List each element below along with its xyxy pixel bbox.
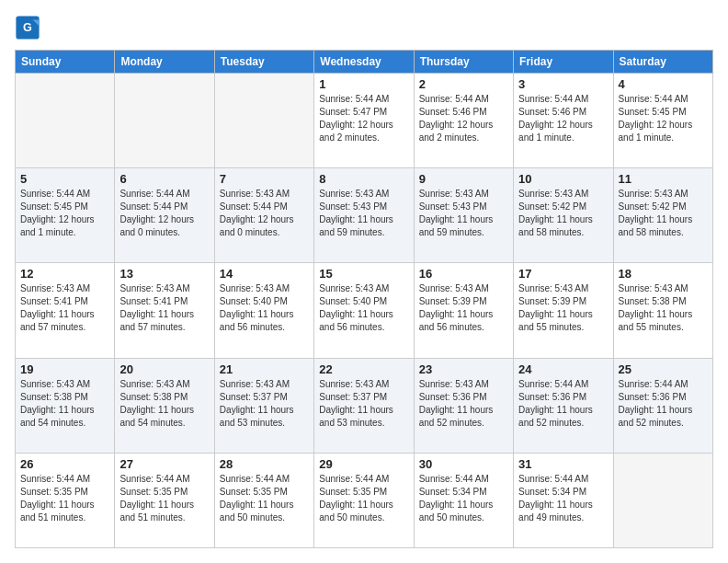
day-info: Sunrise: 5:44 AM Sunset: 5:44 PM Dayligh…: [119, 188, 209, 239]
day-number: 13: [119, 267, 209, 281]
day-number: 15: [319, 267, 408, 281]
day-info: Sunrise: 5:43 AM Sunset: 5:37 PM Dayligh…: [319, 378, 408, 430]
day-number: 21: [220, 362, 309, 376]
weekday-header: Friday: [514, 51, 613, 74]
day-number: 10: [518, 172, 608, 186]
day-number: 29: [319, 457, 408, 471]
calendar-cell: 27Sunrise: 5:44 AM Sunset: 5:35 PM Dayli…: [115, 453, 214, 547]
day-number: 12: [20, 267, 109, 281]
day-info: Sunrise: 5:44 AM Sunset: 5:34 PM Dayligh…: [419, 473, 508, 524]
day-number: 4: [619, 77, 708, 91]
calendar-cell: 23Sunrise: 5:43 AM Sunset: 5:36 PM Dayli…: [414, 358, 513, 453]
day-number: 28: [220, 457, 309, 471]
calendar-cell: 11Sunrise: 5:43 AM Sunset: 5:42 PM Dayli…: [613, 168, 712, 263]
calendar-page: G SundayMondayTuesdayWednesdayThursdayFr…: [0, 0, 728, 563]
calendar-cell: 25Sunrise: 5:44 AM Sunset: 5:36 PM Dayli…: [613, 358, 712, 453]
day-number: 3: [518, 77, 608, 91]
day-info: Sunrise: 5:44 AM Sunset: 5:47 PM Dayligh…: [319, 93, 408, 144]
day-info: Sunrise: 5:43 AM Sunset: 5:37 PM Dayligh…: [220, 378, 309, 430]
calendar-cell: [613, 453, 712, 547]
calendar-cell: 1Sunrise: 5:44 AM Sunset: 5:47 PM Daylig…: [314, 74, 414, 168]
calendar-cell: 10Sunrise: 5:43 AM Sunset: 5:42 PM Dayli…: [514, 168, 613, 263]
calendar-week-row: 12Sunrise: 5:43 AM Sunset: 5:41 PM Dayli…: [16, 263, 713, 358]
weekday-header: Wednesday: [314, 51, 414, 74]
day-number: 26: [20, 457, 109, 471]
day-number: 16: [419, 267, 508, 281]
calendar-cell: 7Sunrise: 5:43 AM Sunset: 5:44 PM Daylig…: [214, 168, 313, 263]
weekday-header: Tuesday: [214, 51, 313, 74]
calendar-cell: 28Sunrise: 5:44 AM Sunset: 5:35 PM Dayli…: [214, 453, 313, 547]
calendar-cell: 17Sunrise: 5:43 AM Sunset: 5:39 PM Dayli…: [514, 263, 613, 358]
day-info: Sunrise: 5:43 AM Sunset: 5:43 PM Dayligh…: [419, 188, 508, 239]
calendar-week-row: 26Sunrise: 5:44 AM Sunset: 5:35 PM Dayli…: [16, 453, 713, 547]
day-number: 24: [518, 362, 608, 376]
svg-text:G: G: [23, 21, 32, 34]
day-info: Sunrise: 5:43 AM Sunset: 5:39 PM Dayligh…: [419, 282, 508, 334]
day-info: Sunrise: 5:44 AM Sunset: 5:46 PM Dayligh…: [518, 93, 608, 144]
day-info: Sunrise: 5:43 AM Sunset: 5:38 PM Dayligh…: [619, 282, 708, 334]
day-info: Sunrise: 5:43 AM Sunset: 5:41 PM Dayligh…: [119, 282, 209, 334]
calendar-cell: 20Sunrise: 5:43 AM Sunset: 5:38 PM Dayli…: [115, 358, 214, 453]
day-number: 25: [619, 362, 708, 376]
calendar-cell: 24Sunrise: 5:44 AM Sunset: 5:36 PM Dayli…: [514, 358, 613, 453]
day-number: 27: [119, 457, 209, 471]
day-info: Sunrise: 5:44 AM Sunset: 5:35 PM Dayligh…: [220, 473, 309, 524]
calendar-cell: 18Sunrise: 5:43 AM Sunset: 5:38 PM Dayli…: [613, 263, 712, 358]
day-info: Sunrise: 5:44 AM Sunset: 5:45 PM Dayligh…: [619, 93, 708, 144]
logo-icon: G: [15, 15, 40, 40]
calendar-table: SundayMondayTuesdayWednesdayThursdayFrid…: [15, 50, 713, 548]
calendar-cell: 2Sunrise: 5:44 AM Sunset: 5:46 PM Daylig…: [414, 74, 513, 168]
day-info: Sunrise: 5:43 AM Sunset: 5:43 PM Dayligh…: [319, 188, 408, 239]
day-number: 30: [419, 457, 508, 471]
day-number: 7: [220, 172, 309, 186]
day-number: 17: [518, 267, 608, 281]
day-info: Sunrise: 5:43 AM Sunset: 5:36 PM Dayligh…: [419, 378, 508, 430]
day-info: Sunrise: 5:43 AM Sunset: 5:38 PM Dayligh…: [119, 378, 209, 430]
day-number: 22: [319, 362, 408, 376]
header: G: [15, 15, 713, 40]
calendar-week-row: 5Sunrise: 5:44 AM Sunset: 5:45 PM Daylig…: [16, 168, 713, 263]
calendar-week-row: 1Sunrise: 5:44 AM Sunset: 5:47 PM Daylig…: [16, 74, 713, 168]
calendar-cell: 19Sunrise: 5:43 AM Sunset: 5:38 PM Dayli…: [16, 358, 115, 453]
calendar-cell: 31Sunrise: 5:44 AM Sunset: 5:34 PM Dayli…: [514, 453, 613, 547]
day-info: Sunrise: 5:44 AM Sunset: 5:36 PM Dayligh…: [518, 378, 608, 430]
day-info: Sunrise: 5:43 AM Sunset: 5:42 PM Dayligh…: [518, 188, 608, 239]
calendar-cell: 16Sunrise: 5:43 AM Sunset: 5:39 PM Dayli…: [414, 263, 513, 358]
day-info: Sunrise: 5:44 AM Sunset: 5:36 PM Dayligh…: [619, 378, 708, 430]
day-info: Sunrise: 5:43 AM Sunset: 5:41 PM Dayligh…: [20, 282, 109, 334]
calendar-cell: 30Sunrise: 5:44 AM Sunset: 5:34 PM Dayli…: [414, 453, 513, 547]
calendar-cell: 5Sunrise: 5:44 AM Sunset: 5:45 PM Daylig…: [16, 168, 115, 263]
day-info: Sunrise: 5:43 AM Sunset: 5:44 PM Dayligh…: [220, 188, 309, 239]
calendar-cell: 4Sunrise: 5:44 AM Sunset: 5:45 PM Daylig…: [613, 74, 712, 168]
calendar-cell: 15Sunrise: 5:43 AM Sunset: 5:40 PM Dayli…: [314, 263, 414, 358]
day-number: 23: [419, 362, 508, 376]
day-number: 18: [619, 267, 708, 281]
calendar-cell: [214, 74, 313, 168]
calendar-cell: 8Sunrise: 5:43 AM Sunset: 5:43 PM Daylig…: [314, 168, 414, 263]
calendar-cell: 26Sunrise: 5:44 AM Sunset: 5:35 PM Dayli…: [16, 453, 115, 547]
day-number: 9: [419, 172, 508, 186]
day-info: Sunrise: 5:44 AM Sunset: 5:34 PM Dayligh…: [518, 473, 608, 524]
day-info: Sunrise: 5:44 AM Sunset: 5:45 PM Dayligh…: [20, 188, 109, 239]
day-number: 1: [319, 77, 408, 91]
calendar-cell: 22Sunrise: 5:43 AM Sunset: 5:37 PM Dayli…: [314, 358, 414, 453]
day-number: 11: [619, 172, 708, 186]
calendar-cell: 6Sunrise: 5:44 AM Sunset: 5:44 PM Daylig…: [115, 168, 214, 263]
calendar-cell: [16, 74, 115, 168]
weekday-header: Saturday: [613, 51, 712, 74]
day-number: 5: [20, 172, 109, 186]
calendar-cell: 21Sunrise: 5:43 AM Sunset: 5:37 PM Dayli…: [214, 358, 313, 453]
weekday-header: Monday: [115, 51, 214, 74]
calendar-cell: 13Sunrise: 5:43 AM Sunset: 5:41 PM Dayli…: [115, 263, 214, 358]
calendar-cell: [115, 74, 214, 168]
logo: G: [15, 15, 44, 40]
day-info: Sunrise: 5:43 AM Sunset: 5:42 PM Dayligh…: [619, 188, 708, 239]
day-info: Sunrise: 5:44 AM Sunset: 5:46 PM Dayligh…: [419, 93, 508, 144]
day-number: 6: [119, 172, 209, 186]
calendar-cell: 29Sunrise: 5:44 AM Sunset: 5:35 PM Dayli…: [314, 453, 414, 547]
day-info: Sunrise: 5:43 AM Sunset: 5:39 PM Dayligh…: [518, 282, 608, 334]
day-number: 8: [319, 172, 408, 186]
weekday-header-row: SundayMondayTuesdayWednesdayThursdayFrid…: [16, 51, 713, 74]
day-info: Sunrise: 5:43 AM Sunset: 5:40 PM Dayligh…: [220, 282, 309, 334]
day-info: Sunrise: 5:43 AM Sunset: 5:40 PM Dayligh…: [319, 282, 408, 334]
